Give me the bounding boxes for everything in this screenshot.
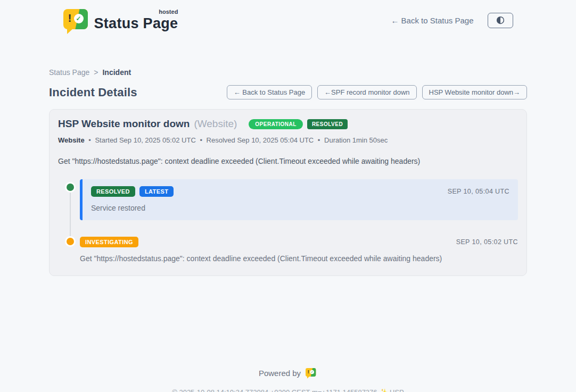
previous-incident-button[interactable]: ←SPF record monitor down bbox=[317, 85, 416, 99]
incident-duration: Duration 1min 50sec bbox=[324, 136, 388, 144]
breadcrumb-incident: Incident bbox=[102, 68, 131, 77]
incident-nav-buttons: ← Back to Status Page ←SPF record monito… bbox=[227, 85, 527, 99]
incident-title-row: HSP Website monitor down (Website) OPERA… bbox=[58, 118, 518, 130]
timeline-entry-resolved: RESOLVED LATEST SEP 10, 05:04 UTC Servic… bbox=[58, 179, 518, 220]
logo-check-icon: ✓ bbox=[74, 14, 84, 23]
timeline-investigating-message: Get "https://hostedstatus.page": context… bbox=[80, 254, 518, 263]
timeline-resolved-box: RESOLVED LATEST SEP 10, 05:04 UTC Servic… bbox=[80, 179, 518, 220]
timeline-investigating-badge: INVESTIGATING bbox=[80, 237, 138, 247]
copyright-line: © 2025-10-08 14:10:34.772084 +0200 CEST … bbox=[0, 388, 576, 392]
operational-status-badge: OPERATIONAL bbox=[249, 119, 303, 129]
main-content: Status Page > Incident Incident Details … bbox=[49, 68, 527, 276]
incident-timeline: RESOLVED LATEST SEP 10, 05:04 UTC Servic… bbox=[58, 179, 518, 263]
breadcrumb: Status Page > Incident bbox=[49, 68, 527, 77]
brand-wordmark: Status Page hosted bbox=[94, 9, 178, 32]
logo-exclamation: ! bbox=[68, 12, 72, 24]
brand-name: Status Page bbox=[94, 15, 178, 31]
site-header: ! ✓ Status Page hosted ← Back to Status … bbox=[63, 0, 513, 33]
incident-started: Started Sep 10, 2025 05:02 UTC bbox=[95, 136, 195, 144]
timeline-resolved-timestamp: SEP 10, 05:04 UTC bbox=[448, 188, 509, 195]
incident-description: Get "https://hostedstatus.page": context… bbox=[58, 157, 518, 165]
timeline-resolved-badge: RESOLVED bbox=[91, 186, 135, 197]
back-to-status-page-button[interactable]: ← Back to Status Page bbox=[227, 85, 312, 99]
header-actions: ← Back to Status Page bbox=[391, 13, 513, 28]
incident-title: HSP Website monitor down bbox=[58, 118, 190, 130]
theme-toggle-button[interactable] bbox=[488, 13, 513, 28]
title-row: Incident Details ← Back to Status Page ←… bbox=[49, 85, 527, 99]
timeline-resolved-message: Service restored bbox=[91, 204, 509, 212]
breadcrumb-status-page[interactable]: Status Page bbox=[49, 68, 89, 77]
statuspage-mini-logo-icon[interactable]: ! ✓ bbox=[306, 368, 317, 378]
incident-subject: (Website) bbox=[194, 118, 237, 130]
brand-hosted-label: hosted bbox=[159, 9, 178, 15]
monitor-name: Website bbox=[58, 136, 85, 144]
half-circle-contrast-icon bbox=[496, 15, 505, 25]
timeline-entry-investigating: INVESTIGATING SEP 10, 05:02 UTC Get "htt… bbox=[58, 235, 518, 263]
page-title: Incident Details bbox=[49, 86, 137, 99]
timeline-investigating-timestamp: SEP 10, 05:02 UTC bbox=[456, 238, 518, 246]
timeline-latest-badge: LATEST bbox=[139, 186, 174, 197]
statuspage-logo-icon: ! ✓ bbox=[63, 9, 88, 29]
powered-by-label: Powered by bbox=[259, 369, 301, 378]
powered-by: Powered by ! ✓ bbox=[259, 368, 317, 378]
header-back-link[interactable]: ← Back to Status Page bbox=[391, 16, 473, 25]
timeline-dot-investigating bbox=[67, 238, 74, 245]
next-incident-button[interactable]: HSP Website monitor down→ bbox=[422, 85, 527, 99]
brand-logo[interactable]: ! ✓ Status Page hosted bbox=[63, 9, 178, 32]
timeline-dot-resolved bbox=[67, 184, 74, 191]
timeline-investigating-content: INVESTIGATING SEP 10, 05:02 UTC Get "htt… bbox=[80, 235, 518, 263]
page-footer: Powered by ! ✓ © 2025-10-08 14:10:34.772… bbox=[0, 368, 576, 392]
incident-meta: Website • Started Sep 10, 2025 05:02 UTC… bbox=[58, 136, 518, 144]
resolved-state-badge: RESOLVED bbox=[307, 119, 348, 129]
incident-card: HSP Website monitor down (Website) OPERA… bbox=[49, 109, 527, 276]
logo-bubble-tail bbox=[67, 28, 73, 34]
incident-resolved: Resolved Sep 10, 2025 05:04 UTC bbox=[207, 136, 314, 144]
breadcrumb-separator: > bbox=[94, 68, 98, 77]
